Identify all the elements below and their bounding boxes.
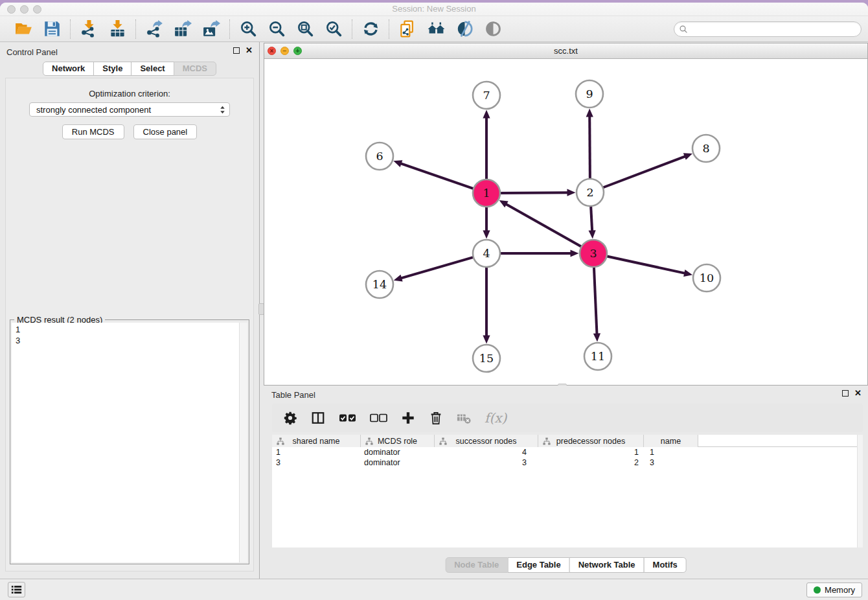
column-header-successor-nodes[interactable]: successor nodes [435,435,538,447]
control-panel-float-icon[interactable] [233,47,240,54]
table-panel-float-icon[interactable] [842,390,849,397]
tab-style[interactable]: Style [93,62,131,76]
edge-4-14[interactable] [400,257,475,279]
mcds-result-box: MCDS result (2 nodes) 13 [10,319,249,564]
graph-node-14[interactable]: 14 [366,271,393,298]
table-cell[interactable]: dominator [361,457,435,468]
table-cell[interactable]: 1 [538,447,644,457]
export-image-button[interactable] [201,19,221,39]
main-window: Session: New Session Control Panel ✕ Net… [0,3,868,600]
export-network-button[interactable] [144,19,164,39]
table-cell[interactable]: 3 [272,457,361,468]
tab-select[interactable]: Select [131,62,174,76]
column-header-mcds-role[interactable]: MCDS role [361,435,435,447]
table-delete-icon [457,411,471,425]
graph-node-3[interactable]: 3 [580,240,607,267]
edge-3-10[interactable] [606,256,687,273]
table-cell[interactable]: 2 [538,457,644,468]
title-bar[interactable]: Session: New Session [0,3,868,16]
table-panel-close-icon[interactable]: ✕ [854,390,862,397]
tab-network[interactable]: Network [43,62,94,76]
column-header-label: successor nodes [456,437,517,446]
import-network-icon [80,20,98,38]
table-cell[interactable]: dominator [361,447,435,457]
save-session-button[interactable] [42,19,62,39]
edge-2-3[interactable] [591,205,592,233]
import-table-button[interactable] [108,19,127,39]
graph-node-1[interactable]: 1 [473,179,500,207]
function-builder-button: f(x) [485,410,507,426]
tab-node-table[interactable]: Node Table [445,557,508,573]
style-brush-icon [456,20,474,38]
table-scrollbar[interactable] [857,435,863,548]
edge-1-2[interactable] [499,192,569,193]
zoom-in-button[interactable] [238,19,258,39]
graph-node-7[interactable]: 7 [473,82,500,109]
table-settings-button[interactable] [283,410,297,426]
table-cell[interactable]: 1 [272,447,361,457]
table-cell[interactable]: 4 [435,447,538,457]
houses-icon [428,20,445,38]
table-cell[interactable]: 3 [644,457,698,468]
graph-node-6[interactable]: 6 [366,143,393,170]
eye-icon [485,20,502,38]
memory-button[interactable]: Memory [806,583,862,597]
import-network-button[interactable] [79,19,98,39]
close-panel-button[interactable]: Close panel [133,124,198,139]
style-button[interactable] [455,19,474,39]
zoom-out-icon [268,20,286,38]
zoom-out-button[interactable] [267,19,286,39]
control-panel-close-icon[interactable]: ✕ [246,47,253,54]
graph-node-4[interactable]: 4 [473,240,500,267]
column-header-predecessor-nodes[interactable]: predecessor nodes [538,435,644,447]
tab-motifs[interactable]: Motifs [644,557,687,573]
graph-node-9[interactable]: 9 [576,80,603,108]
unselect-all-columns-button[interactable] [370,410,387,426]
create-column-button[interactable] [401,410,415,426]
task-history-button[interactable] [8,582,25,597]
edge-3-11[interactable] [594,266,597,336]
tab-network-table[interactable]: Network Table [569,557,645,573]
duplicate-network-button[interactable] [398,19,417,39]
network-canvas[interactable]: 1234678910111415 [264,59,867,385]
column-header-shared-name[interactable]: shared name [272,435,361,447]
result-scrollbar[interactable] [239,323,247,562]
network-graph[interactable]: 1234678910111415 [264,59,867,386]
zoom-fit-button[interactable] [295,19,315,39]
graph-node-15[interactable]: 15 [473,345,500,372]
optimization-criterion-dropdown[interactable]: strongly connected component [29,102,230,117]
network-window-titlebar[interactable]: × − + scc.txt [264,43,867,59]
edge-2-8[interactable] [602,156,687,189]
graph-node-8[interactable]: 8 [692,135,720,162]
edge-1-6[interactable] [400,163,475,189]
open-session-button[interactable] [14,19,33,39]
edge-2-9[interactable] [589,115,590,180]
column-view-button[interactable] [311,410,325,426]
delete-column-button[interactable] [429,410,443,426]
zoom-selected-button[interactable] [324,19,343,39]
search-box[interactable] [674,21,862,37]
edge-3-1[interactable] [505,203,582,248]
table-panel-title: Table Panel [271,390,315,400]
mcds-result-text[interactable]: 13 [12,323,247,562]
edge-arrowhead [567,189,575,196]
tab-mcds[interactable]: MCDS [174,62,216,76]
fx-icon: f(x) [485,410,507,426]
first-neighbors-button[interactable] [426,19,446,39]
table-cell[interactable]: 1 [644,447,698,457]
attribute-tree-icon [277,437,284,445]
column-header-label: predecessor nodes [556,437,625,446]
column-header-name[interactable]: name [644,435,698,447]
graph-node-11[interactable]: 11 [584,343,611,370]
search-input[interactable] [689,23,861,35]
select-all-columns-button[interactable] [339,410,356,426]
graph-node-2[interactable]: 2 [577,179,604,206]
tab-edge-table[interactable]: Edge Table [507,557,569,573]
export-table-button[interactable] [173,19,192,39]
export-network-icon [146,20,163,38]
node-label: 2 [586,186,593,199]
refresh-button[interactable] [361,19,380,39]
table-cell[interactable]: 3 [435,457,538,468]
run-mcds-button[interactable]: Run MCDS [62,124,124,139]
graph-node-10[interactable]: 10 [693,264,720,292]
